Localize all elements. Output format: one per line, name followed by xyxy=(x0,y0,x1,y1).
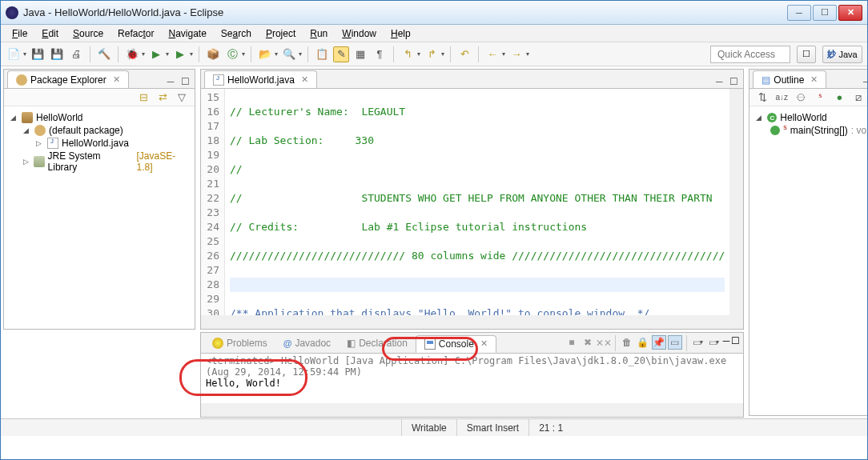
pin-console-button[interactable]: 📌 xyxy=(652,335,666,350)
horizontal-scrollbar[interactable] xyxy=(201,403,743,417)
jre-library-node[interactable]: ▷JRE System Library [JavaSE-1.8] xyxy=(10,150,188,174)
save-all-button[interactable]: 💾 xyxy=(49,46,65,62)
maximize-view-button[interactable]: ☐ xyxy=(731,335,740,351)
package-explorer-title: Package Explorer xyxy=(30,74,106,86)
debug-button[interactable]: 🐞 xyxy=(124,46,140,62)
new-class-button[interactable]: Ⓒ xyxy=(224,46,240,62)
library-icon xyxy=(34,156,44,167)
outline-tab[interactable]: ▤ Outline ✕ xyxy=(753,70,826,88)
close-icon[interactable]: ✕ xyxy=(113,74,120,85)
package-explorer-tab[interactable]: Package Explorer ✕ xyxy=(7,70,129,88)
collapse-all-button[interactable]: ⊟ xyxy=(135,90,151,106)
sort-alpha-button[interactable]: a↓z xyxy=(774,90,790,106)
maximize-view-button[interactable]: ☐ xyxy=(727,75,740,88)
quick-access-input[interactable] xyxy=(710,46,790,63)
minimize-view-button[interactable]: ─ xyxy=(723,335,730,351)
vertical-scrollbar[interactable] xyxy=(729,89,743,315)
maximize-view-button[interactable]: ☐ xyxy=(179,75,191,88)
menu-help[interactable]: Help xyxy=(384,26,417,41)
open-console-button[interactable]: ▭▾ xyxy=(691,335,705,350)
open-perspective-button[interactable]: ☐ xyxy=(797,46,816,63)
display-console-button[interactable]: ▭ xyxy=(668,335,682,350)
menu-project[interactable]: Project xyxy=(259,26,302,41)
editor-tab-helloworld[interactable]: HelloWorld.java ✕ xyxy=(204,70,317,88)
menu-run[interactable]: Run xyxy=(303,26,334,41)
menubar: File Edit Source Refactor Navigate Searc… xyxy=(1,25,867,42)
console-output[interactable]: <terminated> HelloWorld [Java Applicatio… xyxy=(201,354,743,403)
new-package-button[interactable]: 📦 xyxy=(205,46,221,62)
menu-file[interactable]: File xyxy=(6,26,34,41)
maximize-button[interactable]: ☐ xyxy=(813,5,837,21)
status-writable: Writable xyxy=(401,419,456,436)
new-console-button[interactable]: ▭▾ xyxy=(707,335,721,350)
print-button[interactable]: 🖨 xyxy=(68,46,84,62)
close-button[interactable]: ✕ xyxy=(838,5,862,21)
minimize-view-button[interactable]: ─ xyxy=(713,75,725,88)
open-task-button[interactable]: 📋 xyxy=(314,46,330,62)
new-button[interactable]: 📄 xyxy=(6,46,22,62)
remove-launch-button[interactable]: ✖ xyxy=(581,335,595,350)
remove-all-button[interactable]: ⨯⨯ xyxy=(597,335,611,350)
console-status-line: <terminated> HelloWorld [Java Applicatio… xyxy=(206,355,738,378)
horizontal-scrollbar[interactable] xyxy=(201,315,743,329)
class-icon: C xyxy=(767,113,777,122)
minimize-button[interactable]: ─ xyxy=(787,5,811,21)
clear-console-button[interactable]: 🗑 xyxy=(620,335,634,350)
outline-class-node[interactable]: ◢CHelloWorld xyxy=(756,111,868,124)
annotation-prev-button[interactable]: ↰ xyxy=(400,46,416,62)
view-menu-button[interactable]: ▽ xyxy=(174,90,190,106)
java-file-icon xyxy=(213,74,224,86)
minimize-view-button[interactable]: ─ xyxy=(860,75,868,88)
menu-edit[interactable]: Edit xyxy=(35,26,65,41)
scroll-lock-button[interactable]: 🔒 xyxy=(636,335,650,350)
editor-tab-label: HelloWorld.java xyxy=(227,74,295,86)
menu-window[interactable]: Window xyxy=(336,26,383,41)
close-icon[interactable]: ✕ xyxy=(480,338,488,349)
outline-method-node[interactable]: smain(String[]) : void xyxy=(756,124,868,137)
hide-local-button[interactable]: ⧄ xyxy=(850,90,866,106)
bottom-pane: Problems @Javadoc ◧Declaration Console✕ … xyxy=(200,332,744,418)
menu-source[interactable]: Source xyxy=(66,26,110,41)
back-button[interactable]: ← xyxy=(484,46,500,62)
terminate-button[interactable]: ■ xyxy=(565,335,579,350)
code-editor[interactable]: 15161718192021222324-252627282930313233 … xyxy=(201,89,743,315)
close-icon[interactable]: ✕ xyxy=(810,74,818,85)
tab-console[interactable]: Console✕ xyxy=(416,335,496,353)
show-whitespace-button[interactable]: ¶ xyxy=(372,46,388,62)
save-button[interactable]: 💾 xyxy=(30,46,46,62)
project-node[interactable]: ◢HelloWorld xyxy=(10,111,188,124)
link-editor-button[interactable]: ⇄ xyxy=(155,90,171,106)
hide-fields-button[interactable]: ⦵ xyxy=(793,90,809,106)
search-button[interactable]: 🔍 xyxy=(281,46,297,62)
code-area[interactable]: // Lecturer's Name: LEGAULT // Lab Secti… xyxy=(225,89,729,315)
run-button[interactable]: ▶ xyxy=(148,46,164,62)
java-file-icon xyxy=(47,138,58,149)
toggle-block-button[interactable]: ▦ xyxy=(352,46,368,62)
tab-declaration[interactable]: ◧Declaration xyxy=(339,335,416,351)
menu-search[interactable]: Search xyxy=(215,26,258,41)
annotation-next-button[interactable]: ↱ xyxy=(424,46,440,62)
java-file-node[interactable]: ▷HelloWorld.java xyxy=(10,137,188,150)
build-button[interactable]: 🔨 xyxy=(96,46,112,62)
menu-refactor[interactable]: Refactor xyxy=(111,26,160,41)
java-perspective-button[interactable]: 妙Java xyxy=(822,46,862,63)
package-node[interactable]: ◢(default package) xyxy=(10,124,188,137)
close-icon[interactable]: ✕ xyxy=(301,74,308,85)
forward-button[interactable]: → xyxy=(508,46,524,62)
hide-static-button[interactable]: ˢ xyxy=(812,90,828,106)
console-text: Hello, World! xyxy=(206,378,738,389)
hide-nonpublic-button[interactable]: ● xyxy=(831,90,847,106)
last-edit-button[interactable]: ↶ xyxy=(456,46,472,62)
declaration-icon: ◧ xyxy=(347,338,356,349)
open-type-button[interactable]: 📂 xyxy=(257,46,273,62)
menu-navigate[interactable]: Navigate xyxy=(162,26,212,41)
sort-button[interactable]: ⇅ xyxy=(754,90,770,106)
status-insert-mode: Smart Insert xyxy=(456,419,528,436)
minimize-view-button[interactable]: ─ xyxy=(164,75,177,88)
outline-title: Outline xyxy=(774,74,804,86)
tab-javadoc[interactable]: @Javadoc xyxy=(275,335,339,351)
coverage-button[interactable]: ▶ xyxy=(172,46,188,62)
line-gutter: 15161718192021222324-252627282930313233 xyxy=(201,89,225,315)
tab-problems[interactable]: Problems xyxy=(204,335,275,351)
toggle-mark-button[interactable]: ✎ xyxy=(333,46,349,62)
